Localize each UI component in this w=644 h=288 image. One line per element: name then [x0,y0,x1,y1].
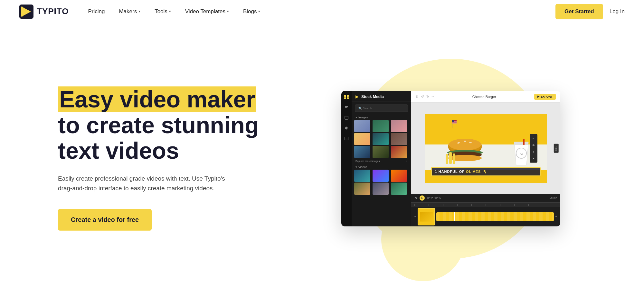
hero-subtitle: Easily create professional grade videos … [58,174,238,194]
media-thumb-7[interactable] [354,146,370,158]
video-thumb-5[interactable] [373,183,389,195]
brand-name: TYPITO [37,6,69,16]
svg-rect-3 [344,95,346,97]
timeline-thumb-preview [420,212,433,222]
timeline-clip-thumb[interactable] [418,208,435,225]
media-thumb-3[interactable] [391,120,407,132]
media-thumb-4[interactable] [354,133,370,145]
timeline-plus-icon[interactable]: + [555,215,557,218]
svg-rect-34 [523,139,525,145]
burger-scene: PA ≡ ⊕ ↕ ✕ [425,114,547,183]
get-started-button[interactable]: Get Started [555,4,603,19]
cta-button[interactable]: Create a video for free [58,209,152,231]
media-thumb-2[interactable] [373,120,389,132]
navigation: TYPITO Pricing Makers ▾ Tools ▾ Video Te… [0,0,644,23]
panel-header: ▶ Stock Media [352,91,411,102]
nav-pricing[interactable]: Pricing [88,8,105,15]
hero-section: Easy video maker to create stunning text… [0,23,644,288]
burger-svg [444,135,486,167]
logo-icon [19,5,33,19]
login-button[interactable]: Log In [610,8,625,15]
media-thumb-6[interactable] [391,133,407,145]
svg-rect-4 [347,95,349,97]
ruler-mark-3 [443,204,457,206]
canvas-tool-2[interactable]: ⊕ [531,143,536,148]
export-button[interactable]: ▶ EXPORT [534,94,556,100]
panel-search-input[interactable]: 🔍 Search [355,104,408,112]
timeline-loop-icon[interactable]: ↻ [414,196,417,200]
makers-chevron-icon: ▾ [138,9,140,14]
video-thumb-3[interactable] [391,170,407,182]
timeline-area: ↻ ▶ 0:02 / 0:35 + Music [411,194,560,226]
ruler-mark-10 [543,204,557,206]
nav-links: Pricing Makers ▾ Tools ▾ Video Templates… [88,8,555,15]
app-mockup: ▶ Stock Media 🔍 Search Images [341,91,560,226]
sidebar-icon-captions[interactable] [344,135,349,141]
ruler-marks [414,204,557,206]
ruler-mark-5 [471,204,486,206]
timeline-minus-icon[interactable]: − [414,215,416,218]
canvas-tool-3[interactable]: ↕ [531,149,536,154]
timeline-track-bar[interactable] [436,212,554,221]
sidebar-icon-audio[interactable] [344,125,349,131]
timeline-play-button[interactable]: ▶ [420,195,425,201]
nav-right: Get Started Log In [555,4,625,19]
explore-images-link[interactable]: Explore more images › [352,158,411,164]
nav-makers[interactable]: Makers ▾ [119,8,140,15]
topbar-redo-icon[interactable]: ↻ [426,95,429,98]
timeline-ruler [411,202,560,207]
blogs-chevron-icon: ▾ [258,9,260,14]
cursor-icon [483,169,487,174]
video-thumb-2[interactable] [373,170,389,182]
nav-video-templates[interactable]: Video Templates ▾ [185,8,229,15]
images-grid [352,120,411,158]
svg-rect-19 [452,120,454,122]
panel-film-icon: ▶ [355,94,359,99]
svg-rect-9 [345,109,347,109]
timeline-playhead[interactable] [454,212,455,221]
ruler-mark-8 [514,204,528,206]
ruler-mark-7 [500,204,514,206]
canvas-tool-1[interactable]: ≡ [531,136,536,141]
svg-rect-11 [345,137,348,140]
timeline-controls: ↻ ▶ 0:02 / 0:35 + Music [411,194,560,202]
video-thumb-6[interactable] [391,183,407,195]
canvas-tool-4[interactable]: ✕ [531,156,536,161]
media-thumb-9[interactable] [391,146,407,158]
media-thumb-8[interactable] [373,146,389,158]
video-thumb-1[interactable] [354,170,370,182]
media-thumb-5[interactable] [373,133,389,145]
timeline-music-button[interactable]: + Music [547,196,557,200]
nav-blogs[interactable]: Blogs ▾ [243,8,260,15]
images-section-label: Images [352,114,411,120]
video-thumb-4[interactable] [354,183,370,195]
hero-title-highlight: Easy video maker [58,86,256,112]
ruler-mark-1 [414,204,429,206]
canvas-text-overlay: 1 HANDFUL OF OLIVES [431,167,541,176]
logo-link[interactable]: TYPITO [19,5,69,19]
hero-title: Easy video maker to create stunning text… [58,87,277,164]
svg-point-22 [449,139,481,150]
svg-rect-8 [345,107,347,108]
svg-rect-29 [446,154,448,164]
sidebar-icon-text[interactable] [344,104,349,110]
svg-rect-6 [347,97,349,99]
media-thumb-1[interactable] [354,120,370,132]
cup-svg: PA [512,139,531,168]
topbar-gear-icon[interactable]: ⚙ [416,95,419,98]
canvas-area: PA ≡ ⊕ ↕ ✕ [411,103,560,194]
hero-visual: ▶ Stock Media 🔍 Search Images [277,46,625,272]
sidebar-icon-shapes[interactable] [344,115,349,121]
svg-rect-30 [449,152,452,164]
help-tab[interactable]: Help [554,144,558,153]
topbar-more-icon[interactable]: ··· [431,95,434,98]
sidebar-icon-media[interactable] [344,94,349,100]
ruler-mark-9 [528,204,543,206]
canvas-text-highlight: OLIVES [466,170,481,174]
nav-tools[interactable]: Tools ▾ [155,8,171,15]
svg-text:PA: PA [519,153,523,155]
canvas-frame: PA ≡ ⊕ ↕ ✕ [425,114,547,183]
hero-content: Easy video maker to create stunning text… [58,87,277,230]
topbar-undo-icon[interactable]: ↺ [421,95,424,98]
stock-media-panel: ▶ Stock Media 🔍 Search Images [352,91,411,226]
